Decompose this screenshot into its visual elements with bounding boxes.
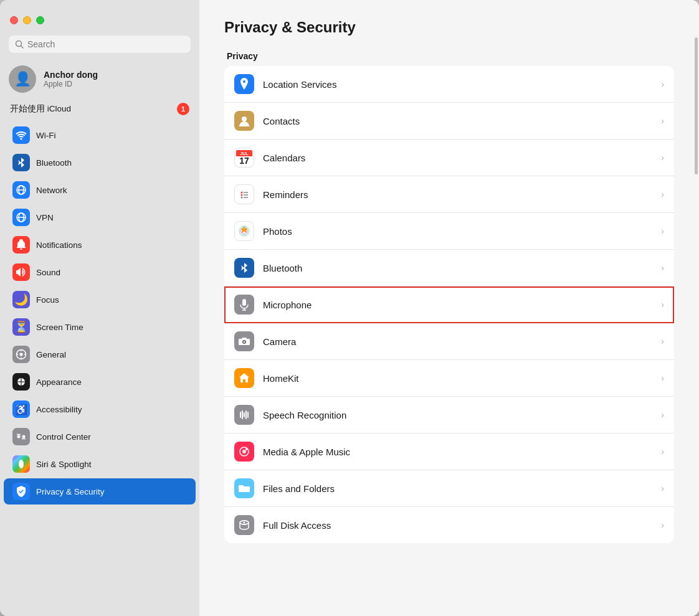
sidebar-item-accessibility[interactable]: ♿ Accessibility [4,396,196,422]
list-item-label: HomeKit [263,373,652,384]
sidebar-item-vpn[interactable]: VPN [4,204,196,230]
sidebar-item-label: Appearance [36,377,82,387]
svg-point-20 [19,460,24,468]
sidebar-item-label: Siri & Spotlight [36,460,92,469]
list-item-media[interactable]: Media & Apple Music › [224,434,674,470]
bluetooth-list-icon [234,258,254,278]
svg-rect-36 [240,412,241,418]
sidebar-item-screentime[interactable]: ⏳ Screen Time [4,314,196,340]
location-icon [234,74,254,94]
user-section[interactable]: 👤 Anchor dong Apple ID [0,62,199,99]
scrollbar-track[interactable] [694,0,699,616]
svg-point-9 [20,353,23,356]
search-input[interactable] [27,39,184,49]
traffic-lights [0,7,199,31]
window: 👤 Anchor dong Apple ID 开始使用 iCloud 1 [0,0,699,616]
main-content: 👤 Anchor dong Apple ID 开始使用 iCloud 1 [0,0,699,616]
fulldisk-icon [234,515,254,535]
camera-icon [234,331,254,351]
list-item-fulldisk[interactable]: Full Disk Access › [224,507,674,543]
appearance-icon [12,373,30,391]
sidebar-item-label: Notifications [36,240,82,250]
siri-icon [12,455,30,473]
sidebar-item-label: Sound [36,268,60,277]
list-item-label: Contacts [263,116,652,126]
microphone-icon [234,295,254,315]
chevron-icon: › [661,79,664,89]
close-button[interactable] [10,16,18,24]
network-icon [12,181,30,199]
page-title: Privacy & Security [224,19,674,36]
sound-icon [12,263,30,281]
sidebar: 👤 Anchor dong Apple ID 开始使用 iCloud 1 [0,0,199,616]
privacy-icon [12,483,30,500]
chevron-icon: › [661,189,664,199]
list-item-label: Files and Folders [263,483,652,494]
svg-point-26 [241,197,243,199]
files-icon [234,478,254,498]
section-header: Privacy [224,51,674,61]
sidebar-item-general[interactable]: General [4,341,196,367]
svg-point-22 [241,192,243,194]
sidebar-item-sound[interactable]: Sound [4,259,196,285]
media-icon [234,442,254,462]
list-item-contacts[interactable]: Contacts › [224,103,674,140]
svg-line-1 [21,46,24,49]
list-item-speech[interactable]: Speech Recognition › [224,397,674,434]
list-item-files[interactable]: Files and Folders › [224,470,674,507]
sidebar-item-label: Bluetooth [36,158,72,168]
list-item-label: Bluetooth [263,263,652,273]
search-box[interactable] [9,36,191,53]
homekit-icon [234,368,254,388]
avatar: 👤 [9,65,36,93]
sidebar-item-wifi[interactable]: Wi-Fi [4,122,196,148]
list-item-reminders[interactable]: Reminders › [224,176,674,213]
photos-icon [234,221,254,241]
sidebar-item-label: Privacy & Security [36,487,105,496]
svg-point-24 [241,194,243,196]
list-item-camera[interactable]: Camera › [224,323,674,360]
svg-point-16 [17,435,21,438]
sidebar-item-appearance[interactable]: Appearance [4,369,196,395]
sidebar-item-bluetooth[interactable]: Bluetooth [4,149,196,176]
main-panel: Privacy & Security Privacy Location Serv… [199,0,699,616]
sidebar-item-controlcenter[interactable]: Control Center [4,424,196,450]
list-item-label: Full Disk Access [263,520,652,531]
sidebar-item-label: Focus [36,295,59,305]
list-item-label: Location Services [263,79,652,90]
list-item-label: Speech Recognition [263,410,652,420]
list-item-label: Microphone [263,300,652,310]
svg-rect-40 [247,412,249,418]
calendars-icon: JUL 17 [234,148,254,168]
sidebar-item-focus[interactable]: 🌙 Focus [4,287,196,313]
privacy-list: Location Services › Contacts › [224,66,674,543]
list-item-homekit[interactable]: HomeKit › [224,360,674,397]
sidebar-item-privacy[interactable]: Privacy & Security [4,478,196,505]
list-item-microphone[interactable]: Microphone › [224,287,674,323]
chevron-icon: › [661,410,664,420]
contacts-icon [234,111,254,131]
svg-point-17 [22,435,26,438]
general-icon [12,346,30,363]
icloud-row[interactable]: 开始使用 iCloud 1 [0,99,199,119]
notifications-icon [12,236,30,254]
controlcenter-icon [12,428,30,445]
list-item-photos[interactable]: Photos › [224,213,674,250]
chevron-icon: › [661,483,664,493]
user-subtitle: Apple ID [44,80,98,88]
list-item-label: Media & Apple Music [263,447,652,457]
minimize-button[interactable] [23,16,31,24]
scrollbar-thumb[interactable] [695,37,698,174]
sidebar-item-network[interactable]: Network [4,177,196,203]
focus-icon: 🌙 [12,291,30,308]
maximize-button[interactable] [36,16,44,24]
list-item-label: Reminders [263,189,652,200]
list-item-bluetooth[interactable]: Bluetooth › [224,250,674,287]
list-item-location[interactable]: Location Services › [224,66,674,103]
list-item-calendars[interactable]: JUL 17 Calendars › [224,140,674,176]
svg-point-21 [242,116,247,121]
sidebar-item-siri[interactable]: Siri & Spotlight [4,451,196,477]
sidebar-item-notifications[interactable]: Notifications [4,232,196,258]
svg-point-49 [244,522,245,524]
sidebar-item-label: VPN [36,213,54,222]
